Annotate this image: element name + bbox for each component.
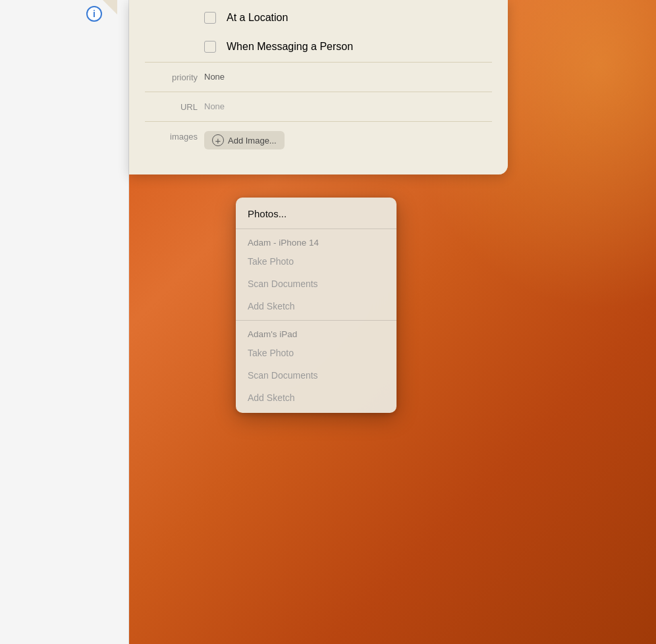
images-row: images + Add Image...: [145, 122, 492, 159]
priority-value[interactable]: None: [204, 72, 225, 82]
url-row: URL None: [145, 92, 492, 122]
url-value[interactable]: None: [204, 101, 225, 111]
device2-action-take-photo[interactable]: Take Photo: [236, 342, 396, 364]
at-location-row: At a Location: [204, 7, 353, 29]
device1-action-add-sketch[interactable]: Add Sketch: [236, 295, 396, 317]
menu-item-photos[interactable]: Photos...: [236, 201, 396, 226]
when-messaging-row: When Messaging a Person: [204, 36, 353, 58]
at-location-checkbox[interactable]: [204, 12, 216, 24]
menu-divider-1: [236, 228, 396, 229]
device1-action-take-photo[interactable]: Take Photo: [236, 250, 396, 273]
priority-row: priority None: [145, 63, 492, 92]
detail-card: At a Location When Messaging a Person pr…: [129, 0, 508, 174]
device2-name: Adam's iPad: [236, 323, 396, 342]
svg-text:i: i: [93, 9, 96, 19]
when-messaging-label: When Messaging a Person: [227, 41, 353, 53]
add-image-dropdown: Photos... Adam - iPhone 14 Take Photo Sc…: [236, 198, 396, 413]
menu-divider-2: [236, 320, 396, 321]
at-location-label: At a Location: [227, 12, 288, 24]
device2-action-add-sketch[interactable]: Add Sketch: [236, 387, 396, 409]
priority-label: priority: [145, 72, 198, 82]
conditions-section: At a Location When Messaging a Person: [145, 7, 492, 63]
device2-action-scan-documents[interactable]: Scan Documents: [236, 364, 396, 387]
images-label: images: [145, 131, 198, 142]
url-label: URL: [145, 101, 198, 112]
device1-action-scan-documents[interactable]: Scan Documents: [236, 273, 396, 295]
add-image-button[interactable]: + Add Image...: [204, 131, 285, 149]
plus-icon: +: [212, 134, 224, 146]
left-sidebar: [0, 0, 129, 644]
corner-fold: [103, 0, 117, 14]
device1-name: Adam - iPhone 14: [236, 232, 396, 250]
add-image-label: Add Image...: [228, 136, 277, 146]
info-icon[interactable]: i: [86, 5, 103, 22]
when-messaging-checkbox[interactable]: [204, 41, 216, 53]
